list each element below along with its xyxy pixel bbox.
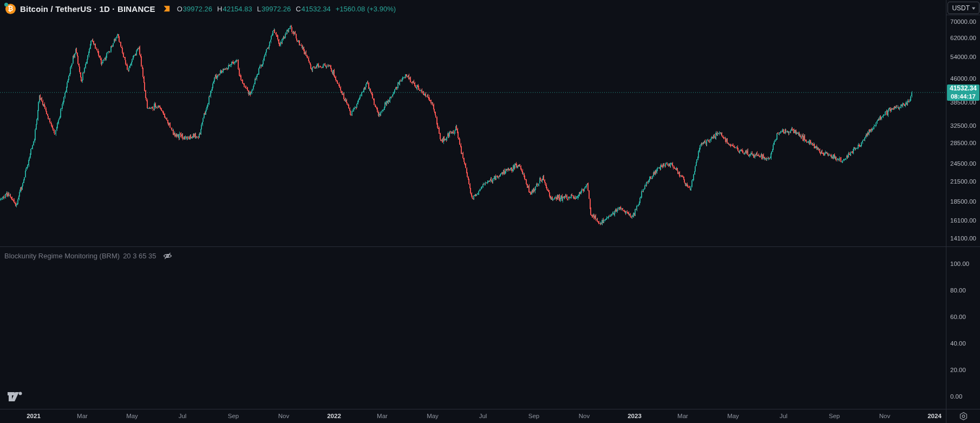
time-axis-month-label: Jul — [780, 413, 788, 419]
price-axis-label: 21500.00 — [950, 178, 976, 185]
bar-countdown: 08:44:17 — [947, 93, 979, 100]
low-value: 39972.26 — [262, 5, 291, 13]
last-price-tag: 41532.34 08:44:17 — [947, 84, 979, 101]
indicator-axis-label: 60.00 — [950, 314, 966, 320]
gear-icon[interactable] — [957, 411, 969, 421]
price-axis-label: 70000.00 — [950, 18, 976, 25]
indicator-axis-label: 40.00 — [950, 340, 966, 347]
indicator-axis-label: 0.00 — [950, 393, 962, 400]
price-axis-label: 28500.00 — [950, 140, 976, 146]
indicator-legend: Blockunity Regime Monitoring (BRM) 20 3 … — [4, 251, 172, 261]
high-value: 42154.83 — [223, 5, 252, 13]
time-scale[interactable]: 2021MarMayJulSepNov2022MarMayJulSepNov20… — [0, 409, 980, 423]
time-axis-month-label: May — [427, 413, 439, 419]
time-axis-year-label: 2023 — [628, 413, 642, 419]
indicator-axis-label: 80.00 — [950, 287, 966, 294]
indicator-axis-label: 100.00 — [950, 261, 969, 267]
price-axis-label: 18500.00 — [950, 198, 976, 205]
time-axis-year-label: 2024 — [927, 413, 942, 419]
time-axis-month-label: Sep — [528, 413, 539, 419]
symbol-header: ₿ Bitcoin / TetherUS · 1D · BINANCE O399… — [5, 3, 396, 15]
indicator-params: 20 3 65 35 — [123, 252, 156, 260]
time-axis-year-label: 2022 — [327, 413, 341, 419]
time-axis-month-label: May — [727, 413, 739, 419]
price-axis-label: 54000.00 — [950, 54, 976, 60]
price-scale[interactable]: USDT ▾ 70000.0062000.0054000.0046000.003… — [946, 0, 980, 423]
trading-chart-app: ₿ Bitcoin / TetherUS · 1D · BINANCE O399… — [0, 0, 980, 423]
close-label: C — [296, 5, 300, 13]
time-axis-month-label: Sep — [228, 413, 239, 419]
price-axis-label: 32500.00 — [950, 122, 976, 129]
time-axis-month-label: May — [126, 413, 138, 419]
pane-divider[interactable] — [0, 246, 980, 247]
chevron-down-icon: ▾ — [972, 5, 975, 11]
price-axis-label: 62000.00 — [950, 35, 976, 41]
open-value: 39972.26 — [183, 5, 212, 13]
price-axis-label: 16100.00 — [950, 217, 976, 224]
symbol-title[interactable]: Bitcoin / TetherUS · 1D · BINANCE — [20, 4, 155, 14]
flag-icon[interactable] — [162, 4, 171, 13]
ohlc-values: O39972.26 H42154.83 L39972.26 C41532.34 … — [177, 5, 396, 13]
indicator-title[interactable]: Blockunity Regime Monitoring (BRM) — [4, 252, 120, 260]
time-axis-month-label: Nov — [579, 413, 590, 419]
bitcoin-logo: ₿ — [5, 4, 16, 14]
close-value: 41532.34 — [302, 5, 331, 13]
currency-unit-label: USDT — [952, 4, 970, 12]
time-axis-month-label: Mar — [677, 413, 688, 419]
time-axis-month-label: Mar — [77, 413, 88, 419]
change-value: +1560.08 (+3.90%) — [336, 5, 396, 13]
price-axis-label: 24500.00 — [950, 160, 976, 167]
time-axis-month-label: Sep — [829, 413, 840, 419]
time-axis-month-label: Mar — [377, 413, 388, 419]
high-label: H — [217, 5, 222, 13]
price-axis-label: 14100.00 — [950, 235, 976, 242]
indicator-axis-label: 20.00 — [950, 367, 966, 373]
time-axis-year-label: 2021 — [27, 413, 41, 419]
tradingview-logo[interactable] — [6, 390, 23, 405]
time-axis-month-label: Nov — [879, 413, 890, 419]
logo-status-dot — [4, 3, 8, 6]
axis-top-border — [946, 15, 980, 15]
last-price-value: 41532.34 — [947, 84, 979, 93]
price-axis-label: 46000.00 — [950, 75, 976, 82]
time-axis-month-label: Jul — [479, 413, 487, 419]
open-label: O — [177, 5, 182, 13]
time-axis-month-label: Jul — [179, 413, 187, 419]
currency-unit-button[interactable]: USDT ▾ — [948, 2, 979, 14]
eye-slash-icon[interactable] — [163, 251, 172, 261]
time-axis-month-label: Nov — [278, 413, 289, 419]
low-label: L — [257, 5, 261, 13]
main-chart-canvas[interactable] — [0, 0, 946, 423]
